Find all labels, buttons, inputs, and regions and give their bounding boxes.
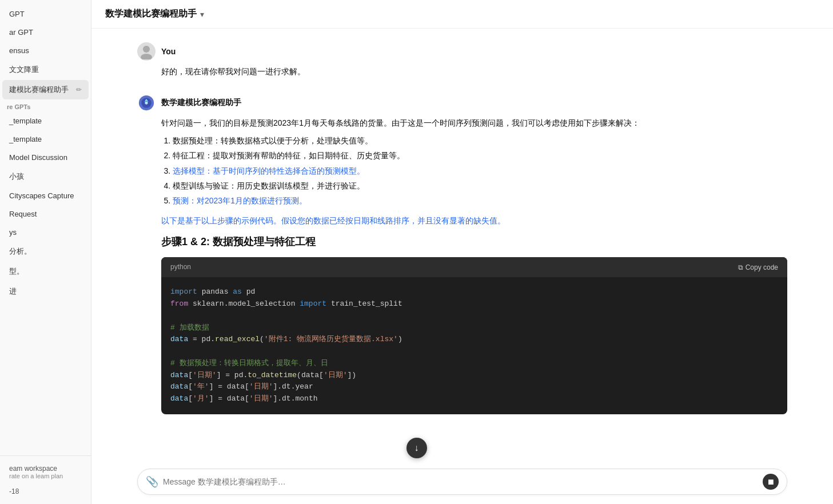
sidebar-item-request[interactable]: Request: [2, 205, 89, 223]
sidebar-item-label: 分析。: [9, 246, 31, 257]
sidebar-item-template2[interactable]: _template: [2, 130, 89, 148]
sidebar-item-model-type[interactable]: 型。: [2, 262, 89, 281]
step-heading: 步骤1 & 2: 数据预处理与特征工程: [161, 234, 787, 250]
message-input[interactable]: [163, 477, 758, 486]
svg-point-1: [141, 54, 152, 59]
sidebar-item-math-assistant[interactable]: 建模比赛编程助手 ✏: [2, 80, 89, 99]
sidebar-item-label: 小孩: [9, 171, 24, 182]
code-line-comment-1: # 加载数据: [170, 322, 778, 334]
code-line-1: import pandas as pd: [170, 286, 778, 298]
svg-point-5: [145, 102, 148, 105]
bot-message-body: 针对问题一，我们的目标是预测2023年1月每天每条线路的货量。由于这是一个时间序…: [161, 117, 787, 414]
copy-code-button[interactable]: ⧉ Copy code: [738, 263, 778, 271]
step-1: 数据预处理：转换数据格式以便于分析，处理缺失值等。: [173, 134, 787, 147]
bot-avatar: [137, 94, 156, 112]
version-item: -18: [2, 483, 89, 499]
user-avatar: [137, 42, 156, 61]
team-workspace-label: eam workspace: [9, 465, 82, 473]
code-line-2: from sklearn.model_selection import trai…: [170, 298, 778, 310]
sidebar-item-label: ys: [9, 228, 17, 237]
user-name: You: [161, 47, 176, 56]
sidebar-item-ar-gpt[interactable]: ar GPT: [2, 23, 89, 41]
sidebar-item-label: ar GPT: [9, 28, 33, 37]
sidebar-item-cityscapes[interactable]: Cityscapes Capture: [2, 187, 89, 205]
sidebar-item-kids[interactable]: 小孩: [2, 167, 89, 186]
code-lang: python: [170, 262, 191, 273]
team-workspace-sub: rate on a leam plan: [9, 473, 82, 479]
sidebar-item-label: GPT: [9, 10, 25, 18]
sidebar-nav: GPT ar GPT ensus 文文降重 建模比赛编程助手 ✏ re GPTs…: [0, 0, 91, 455]
code-header: python ⧉ Copy code: [161, 257, 787, 277]
sidebar-item-label: 建模比赛编程助手: [9, 85, 69, 95]
chevron-down-icon[interactable]: ▾: [200, 10, 204, 19]
code-line-blank-2: [170, 346, 778, 358]
sidebar-item-label: _template: [9, 117, 42, 125]
code-line-blank-1: [170, 310, 778, 322]
step-3: 选择模型：基于时间序列的特性选择合适的预测模型。: [173, 165, 787, 177]
attach-icon[interactable]: 📎: [146, 475, 158, 488]
user-message-text: 好的，现在请你帮我对问题一进行求解。: [161, 65, 787, 78]
code-body: import pandas as pd from sklearn.model_s…: [161, 277, 787, 414]
bot-message-header: 数学建模比赛编程助手: [137, 94, 787, 112]
user-message: You 好的，现在请你帮我对问题一进行求解。: [137, 42, 787, 78]
bot-note: 以下是基于以上步骤的示例代码。假设您的数据已经按日期和线路排序，并且没有显著的缺…: [161, 214, 787, 227]
sidebar-item-train[interactable]: 进: [2, 282, 89, 301]
copy-label: Copy code: [746, 263, 778, 271]
code-line-7: data['年'] = data['日期'].dt.year: [170, 381, 778, 393]
bot-steps-list: 数据预处理：转换数据格式以便于分析，处理缺失值等。 特征工程：提取对预测有帮助的…: [161, 134, 787, 207]
sidebar-item-label: Cityscapes Capture: [9, 191, 74, 200]
step-2: 特征工程：提取对预测有帮助的特征，如日期特征、历史货量等。: [173, 149, 787, 162]
bot-intro: 针对问题一，我们的目标是预测2023年1月每天每条线路的货量。由于这是一个时间序…: [161, 117, 787, 129]
edit-icon[interactable]: ✏: [76, 86, 82, 94]
team-workspace-item[interactable]: eam workspace rate on a leam plan: [2, 461, 89, 483]
sidebar-item-label: 进: [9, 286, 17, 297]
chat-title[interactable]: 数学建模比赛编程助手: [105, 8, 197, 20]
sidebar-item-label: Model Discussion: [9, 153, 67, 162]
copy-icon: ⧉: [738, 263, 743, 271]
version-label: -18: [9, 487, 19, 495]
sidebar-item-gpt[interactable]: GPT: [2, 5, 89, 23]
code-line-4: data = pd.read_excel('附件1: 物流网络历史货量数据.xl…: [170, 334, 778, 346]
scroll-down-icon: ↓: [414, 443, 419, 453]
input-wrapper: 📎 ⏹: [137, 469, 787, 495]
code-line-comment-2: # 数据预处理：转换日期格式，提取年、月、日: [170, 358, 778, 370]
step-5: 预测：对2023年1月的数据进行预测。: [173, 194, 787, 207]
sidebar-bottom: eam workspace rate on a leam plan -18: [0, 455, 91, 504]
sidebar-item-ys[interactable]: ys: [2, 223, 89, 241]
scroll-down-button[interactable]: ↓: [406, 438, 427, 458]
sidebar-item-model-discussion[interactable]: Model Discussion: [2, 149, 89, 166]
chat-area: You 好的，现在请你帮我对问题一进行求解。 数学建模比赛编程助手: [91, 29, 833, 462]
user-message-header: You: [137, 42, 787, 61]
bot-name: 数学建模比赛编程助手: [161, 98, 241, 108]
step-4: 模型训练与验证：用历史数据训练模型，并进行验证。: [173, 179, 787, 192]
sidebar-item-label: 文文降重: [9, 65, 39, 75]
sidebar-item-label: 型。: [9, 266, 24, 277]
code-line-6: data['日期'] = pd.to_datetime(data['日期']): [170, 370, 778, 382]
sidebar-section-re-gpts: re GPTs: [0, 100, 91, 111]
send-button[interactable]: ⏹: [763, 474, 779, 490]
sidebar-item-text-weight[interactable]: 文文降重: [2, 60, 89, 79]
code-block: python ⧉ Copy code import pandas as pd f…: [161, 257, 787, 414]
main-content: 数学建模比赛编程助手 ▾ You 好的，现在请你帮我对问题一进行求解。: [91, 0, 833, 504]
svg-point-0: [143, 46, 150, 53]
sidebar-item-label: _template: [9, 135, 42, 143]
sidebar-item-analysis[interactable]: 分析。: [2, 242, 89, 261]
sidebar-item-template1[interactable]: _template: [2, 112, 89, 130]
sidebar: GPT ar GPT ensus 文文降重 建模比赛编程助手 ✏ re GPTs…: [0, 0, 91, 504]
code-line-8: data['月'] = data['日期'].dt.month: [170, 393, 778, 405]
bot-message: 数学建模比赛编程助手 针对问题一，我们的目标是预测2023年1月每天每条线路的货…: [137, 94, 787, 414]
sidebar-item-census[interactable]: ensus: [2, 42, 89, 59]
send-icon: ⏹: [767, 477, 775, 486]
sidebar-item-label: Request: [9, 210, 37, 218]
chat-header: 数学建模比赛编程助手 ▾: [91, 0, 833, 29]
sidebar-item-label: ensus: [9, 46, 29, 55]
user-message-body: 好的，现在请你帮我对问题一进行求解。: [161, 65, 787, 78]
input-area: 📎 ⏹: [91, 462, 833, 504]
